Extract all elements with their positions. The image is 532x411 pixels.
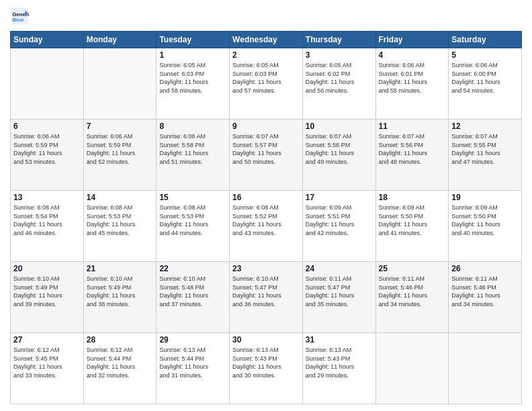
calendar-cell: 2Sunrise: 6:05 AM Sunset: 6:03 PM Daylig… xyxy=(230,48,303,120)
day-number: 13 xyxy=(13,193,81,202)
day-info: Sunrise: 6:08 AM Sunset: 5:52 PM Dayligh… xyxy=(232,203,300,237)
day-number: 12 xyxy=(451,122,519,131)
calendar-cell: 12Sunrise: 6:07 AM Sunset: 5:55 PM Dayli… xyxy=(449,120,522,191)
page-container: General Blue SundayMondayTuesdayWednesda… xyxy=(0,0,532,411)
day-number: 31 xyxy=(306,335,373,345)
calendar-cell: 14Sunrise: 6:08 AM Sunset: 5:53 PM Dayli… xyxy=(83,191,157,262)
calendar-header-row: SundayMondayTuesdayWednesdayThursdayFrid… xyxy=(11,32,522,48)
day-info: Sunrise: 6:13 AM Sunset: 5:44 PM Dayligh… xyxy=(159,346,226,379)
header: General Blue xyxy=(10,7,522,26)
logo: General Blue xyxy=(10,7,32,26)
calendar-cell xyxy=(375,333,449,404)
calendar-cell: 24Sunrise: 6:11 AM Sunset: 5:47 PM Dayli… xyxy=(302,262,375,333)
day-info: Sunrise: 6:09 AM Sunset: 5:50 PM Dayligh… xyxy=(451,203,519,237)
calendar-cell: 23Sunrise: 6:10 AM Sunset: 5:47 PM Dayli… xyxy=(230,262,303,333)
day-info: Sunrise: 6:10 AM Sunset: 5:49 PM Dayligh… xyxy=(87,275,154,308)
calendar-cell: 9Sunrise: 6:07 AM Sunset: 5:57 PM Daylig… xyxy=(230,120,303,191)
col-header-friday: Friday xyxy=(375,32,449,48)
day-number: 23 xyxy=(232,264,300,273)
day-info: Sunrise: 6:08 AM Sunset: 5:53 PM Dayligh… xyxy=(87,203,154,237)
calendar-week-4: 27Sunrise: 6:12 AM Sunset: 5:45 PM Dayli… xyxy=(11,333,522,404)
calendar-week-0: 1Sunrise: 6:05 AM Sunset: 6:03 PM Daylig… xyxy=(11,48,522,120)
calendar-week-3: 20Sunrise: 6:10 AM Sunset: 5:49 PM Dayli… xyxy=(11,262,522,333)
calendar-cell xyxy=(449,333,522,404)
calendar-cell: 6Sunrise: 6:06 AM Sunset: 5:59 PM Daylig… xyxy=(11,120,84,191)
calendar-cell: 31Sunrise: 6:13 AM Sunset: 5:43 PM Dayli… xyxy=(302,333,375,404)
day-info: Sunrise: 6:08 AM Sunset: 5:53 PM Dayligh… xyxy=(159,203,226,237)
day-info: Sunrise: 6:13 AM Sunset: 5:43 PM Dayligh… xyxy=(232,346,300,379)
day-number: 20 xyxy=(13,264,81,273)
calendar-cell: 3Sunrise: 6:05 AM Sunset: 6:02 PM Daylig… xyxy=(302,48,375,120)
calendar-cell: 8Sunrise: 6:06 AM Sunset: 5:58 PM Daylig… xyxy=(157,120,230,191)
calendar-cell: 30Sunrise: 6:13 AM Sunset: 5:43 PM Dayli… xyxy=(230,333,303,404)
calendar-cell xyxy=(83,48,157,120)
day-number: 15 xyxy=(159,193,226,202)
day-number: 10 xyxy=(306,122,373,131)
day-info: Sunrise: 6:05 AM Sunset: 6:03 PM Dayligh… xyxy=(159,61,226,95)
calendar-cell: 29Sunrise: 6:13 AM Sunset: 5:44 PM Dayli… xyxy=(157,333,230,404)
day-info: Sunrise: 6:06 AM Sunset: 5:58 PM Dayligh… xyxy=(159,132,226,166)
calendar-cell: 4Sunrise: 6:06 AM Sunset: 6:01 PM Daylig… xyxy=(375,48,449,120)
calendar-cell: 26Sunrise: 6:11 AM Sunset: 5:46 PM Dayli… xyxy=(449,262,522,333)
day-info: Sunrise: 6:11 AM Sunset: 5:46 PM Dayligh… xyxy=(379,275,446,308)
col-header-saturday: Saturday xyxy=(449,32,522,48)
day-info: Sunrise: 6:06 AM Sunset: 6:01 PM Dayligh… xyxy=(379,61,446,95)
day-info: Sunrise: 6:06 AM Sunset: 5:59 PM Dayligh… xyxy=(13,132,81,166)
day-number: 19 xyxy=(451,193,519,202)
calendar-cell: 27Sunrise: 6:12 AM Sunset: 5:45 PM Dayli… xyxy=(11,333,84,404)
day-info: Sunrise: 6:11 AM Sunset: 5:46 PM Dayligh… xyxy=(451,275,519,308)
calendar-cell: 15Sunrise: 6:08 AM Sunset: 5:53 PM Dayli… xyxy=(157,191,230,262)
day-info: Sunrise: 6:06 AM Sunset: 5:59 PM Dayligh… xyxy=(87,132,154,166)
day-number: 21 xyxy=(87,264,154,273)
day-number: 27 xyxy=(13,335,81,345)
day-info: Sunrise: 6:09 AM Sunset: 5:50 PM Dayligh… xyxy=(379,203,446,237)
calendar-cell xyxy=(11,48,84,120)
day-info: Sunrise: 6:09 AM Sunset: 5:51 PM Dayligh… xyxy=(306,203,373,237)
calendar-cell: 1Sunrise: 6:05 AM Sunset: 6:03 PM Daylig… xyxy=(157,48,230,120)
day-info: Sunrise: 6:07 AM Sunset: 5:57 PM Dayligh… xyxy=(232,132,300,166)
day-info: Sunrise: 6:10 AM Sunset: 5:48 PM Dayligh… xyxy=(159,275,226,308)
day-number: 17 xyxy=(306,193,373,202)
day-info: Sunrise: 6:12 AM Sunset: 5:44 PM Dayligh… xyxy=(87,346,154,379)
col-header-thursday: Thursday xyxy=(302,32,375,48)
calendar-cell: 20Sunrise: 6:10 AM Sunset: 5:49 PM Dayli… xyxy=(11,262,84,333)
calendar-table: SundayMondayTuesdayWednesdayThursdayFrid… xyxy=(10,31,522,404)
day-number: 8 xyxy=(159,122,226,131)
day-number: 4 xyxy=(379,50,446,60)
calendar-week-2: 13Sunrise: 6:08 AM Sunset: 5:54 PM Dayli… xyxy=(11,191,522,262)
day-info: Sunrise: 6:10 AM Sunset: 5:49 PM Dayligh… xyxy=(13,275,81,308)
day-number: 6 xyxy=(13,122,81,131)
col-header-monday: Monday xyxy=(83,32,157,48)
col-header-wednesday: Wednesday xyxy=(230,32,303,48)
calendar-cell: 10Sunrise: 6:07 AM Sunset: 5:56 PM Dayli… xyxy=(302,120,375,191)
calendar-cell: 22Sunrise: 6:10 AM Sunset: 5:48 PM Dayli… xyxy=(157,262,230,333)
svg-text:Blue: Blue xyxy=(13,17,24,23)
calendar-cell: 16Sunrise: 6:08 AM Sunset: 5:52 PM Dayli… xyxy=(230,191,303,262)
calendar-cell: 5Sunrise: 6:06 AM Sunset: 6:00 PM Daylig… xyxy=(449,48,522,120)
calendar-cell: 19Sunrise: 6:09 AM Sunset: 5:50 PM Dayli… xyxy=(449,191,522,262)
calendar-cell: 21Sunrise: 6:10 AM Sunset: 5:49 PM Dayli… xyxy=(83,262,157,333)
day-info: Sunrise: 6:07 AM Sunset: 5:55 PM Dayligh… xyxy=(451,132,519,166)
day-number: 25 xyxy=(379,264,446,273)
day-number: 7 xyxy=(87,122,154,131)
calendar-cell: 11Sunrise: 6:07 AM Sunset: 5:56 PM Dayli… xyxy=(375,120,449,191)
calendar-cell: 18Sunrise: 6:09 AM Sunset: 5:50 PM Dayli… xyxy=(375,191,449,262)
calendar-cell: 28Sunrise: 6:12 AM Sunset: 5:44 PM Dayli… xyxy=(83,333,157,404)
day-number: 18 xyxy=(379,193,446,202)
day-info: Sunrise: 6:11 AM Sunset: 5:47 PM Dayligh… xyxy=(306,275,373,308)
col-header-sunday: Sunday xyxy=(11,32,84,48)
day-info: Sunrise: 6:05 AM Sunset: 6:02 PM Dayligh… xyxy=(306,61,373,95)
calendar-cell: 13Sunrise: 6:08 AM Sunset: 5:54 PM Dayli… xyxy=(11,191,84,262)
day-number: 1 xyxy=(159,50,226,60)
day-info: Sunrise: 6:07 AM Sunset: 5:56 PM Dayligh… xyxy=(306,132,373,166)
day-info: Sunrise: 6:08 AM Sunset: 5:54 PM Dayligh… xyxy=(13,203,81,237)
day-number: 28 xyxy=(87,335,154,345)
day-info: Sunrise: 6:06 AM Sunset: 6:00 PM Dayligh… xyxy=(451,61,519,95)
day-number: 3 xyxy=(306,50,373,60)
day-info: Sunrise: 6:05 AM Sunset: 6:03 PM Dayligh… xyxy=(232,61,300,95)
calendar-cell: 17Sunrise: 6:09 AM Sunset: 5:51 PM Dayli… xyxy=(302,191,375,262)
day-number: 2 xyxy=(232,50,300,60)
calendar-week-1: 6Sunrise: 6:06 AM Sunset: 5:59 PM Daylig… xyxy=(11,120,522,191)
day-info: Sunrise: 6:10 AM Sunset: 5:47 PM Dayligh… xyxy=(232,275,300,308)
day-number: 14 xyxy=(87,193,154,202)
